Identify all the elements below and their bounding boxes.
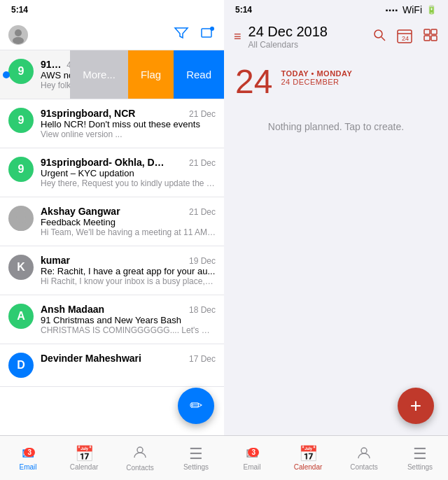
svg-point-3 <box>210 27 214 31</box>
email-preview-3: Hey there, Request you to kindly update … <box>41 178 216 188</box>
email-preview-6: CHRISTMAS IS COMINGGGGGG.... Let's Welco… <box>41 325 216 335</box>
calendar-day-number: 24 <box>235 65 272 99</box>
email-item-6[interactable]: A Ansh Madaan 18 Dec 91 Christmas and Ne… <box>0 295 224 344</box>
add-event-fab[interactable]: + <box>398 388 434 424</box>
tab-settings-right[interactable]: ☰ Settings <box>392 445 448 471</box>
settings-tab-label-left: Settings <box>183 463 209 471</box>
email-sender-6: Ansh Madaan <box>41 304 104 315</box>
svg-point-16 <box>361 448 367 453</box>
right-header-left: ≡ 24 Dec 2018 All Calendars <box>234 24 328 50</box>
svg-rect-13 <box>431 29 437 34</box>
status-icons-right: ▪▪▪▪ WiFi 🔋 <box>386 4 437 15</box>
avatar-1: 9 <box>8 59 34 84</box>
left-panel: 5:14 9 91springboa...Okhla, Delhi 4:50 <box>0 0 224 480</box>
tab-contacts-left[interactable]: Contacts <box>112 444 168 472</box>
calendar-day-info: TODAY • MONDAY 24 DECEMBER <box>281 65 352 86</box>
email-content-7: Devinder Maheshwari 17 Dec <box>41 353 216 364</box>
avatar-4 <box>8 206 34 231</box>
email-item-4[interactable]: Akshay Gangwar 21 Dec Feedback Meeting H… <box>0 197 224 246</box>
right-header-icons: 24 <box>372 27 438 47</box>
svg-rect-14 <box>424 36 430 41</box>
email-badge-left: 3 <box>24 448 35 457</box>
contacts-tab-label-right: Contacts <box>350 463 377 471</box>
svg-point-0 <box>15 29 22 36</box>
status-bar-left: 5:14 <box>0 0 224 20</box>
left-header-actions <box>174 25 216 44</box>
tab-calendar-left[interactable]: 📅 Calendar <box>56 445 112 471</box>
calendar-date-label: 24 DECEMBER <box>281 78 352 86</box>
tab-email-left[interactable]: 3 ✉ Email <box>0 445 56 471</box>
svg-point-5 <box>13 222 29 231</box>
swipe-flag-button[interactable]: Flag <box>128 50 174 99</box>
tab-settings-left[interactable]: ☰ Settings <box>168 445 224 471</box>
email-time-2: 21 Dec <box>189 109 216 119</box>
email-time-5: 19 Dec <box>189 256 216 266</box>
battery-icon: 🔋 <box>426 5 437 15</box>
email-item-3[interactable]: 9 91springboard- Okhla, Delhi 21 Dec Urg… <box>0 148 224 197</box>
email-item-2[interactable]: 9 91springboard, NCR 21 Dec Hello NCR! D… <box>0 99 224 148</box>
tab-bar-right: 3 ✉ Email 📅 Calendar Contacts ☰ Settings <box>224 435 448 480</box>
settings-tab-icon-left: ☰ <box>189 445 203 463</box>
settings-tab-icon-right: ☰ <box>413 445 427 463</box>
email-sender-5: kumar <box>41 255 70 266</box>
email-time-4: 21 Dec <box>189 207 216 217</box>
compose-icon[interactable] <box>200 25 216 44</box>
svg-point-1 <box>13 37 24 44</box>
right-panel: 5:14 ▪▪▪▪ WiFi 🔋 ≡ 24 Dec 2018 All Calen… <box>224 0 448 480</box>
tab-contacts-right[interactable]: Contacts <box>336 445 392 471</box>
hamburger-icon[interactable]: ≡ <box>234 29 241 44</box>
email-content-2: 91springboard, NCR 21 Dec Hello NCR! Don… <box>41 108 216 139</box>
contacts-tab-icon-left <box>132 444 148 464</box>
svg-rect-2 <box>202 29 211 37</box>
email-content-4: Akshay Gangwar 21 Dec Feedback Meeting H… <box>41 206 216 237</box>
filter-icon[interactable] <box>174 25 189 44</box>
avatar-6: A <box>8 304 34 329</box>
email-subject-2: Hello NCR! Don't miss out these events <box>41 119 216 129</box>
avatar-5: K <box>8 255 34 280</box>
tab-bar-left: 3 ✉ Email 📅 Calendar Contacts ☰ Settings <box>0 435 224 480</box>
email-sender-1: 91springboa...Okhla, Delhi <box>41 59 66 70</box>
calendar-empty-message: Nothing planned. Tap to create. <box>224 107 448 146</box>
svg-point-4 <box>16 211 26 220</box>
tab-email-right[interactable]: 3 ✉ Email <box>224 445 280 471</box>
swipe-read-button[interactable]: Read <box>174 50 224 99</box>
avatar[interactable] <box>8 25 28 45</box>
email-preview-2: View online version ... <box>41 129 216 139</box>
email-item-7[interactable]: D Devinder Maheshwari 17 Dec <box>0 344 224 387</box>
email-content-5: kumar 19 Dec Re: Rachit, I have a great … <box>41 255 216 286</box>
calendar-today-block: 24 TODAY • MONDAY 24 DECEMBER <box>224 57 448 107</box>
calendar-subtitle: All Calendars <box>248 40 328 50</box>
calendar-tab-icon-left: 📅 <box>75 445 94 463</box>
email-list: 9 91springboa...Okhla, Delhi 4:50 PM AWS… <box>0 50 224 435</box>
search-icon[interactable] <box>372 28 386 45</box>
status-time-left: 5:14 <box>11 5 28 15</box>
calendar-today-label: TODAY • MONDAY <box>281 69 352 78</box>
email-content-6: Ansh Madaan 18 Dec 91 Christmas and New … <box>41 304 216 335</box>
email-subject-5: Re: Rachit, I have a great app for your … <box>41 266 216 276</box>
signal-icon: ▪▪▪▪ <box>386 6 398 14</box>
email-badge-right: 3 <box>248 448 259 457</box>
email-sender-7: Devinder Maheshwari <box>41 353 141 364</box>
status-time-right: 5:14 <box>235 5 252 15</box>
contacts-tab-label-left: Contacts <box>126 464 153 472</box>
wifi-icon: WiFi <box>402 4 422 15</box>
email-item-5[interactable]: K kumar 19 Dec Re: Rachit, I have a grea… <box>0 246 224 295</box>
svg-point-7 <box>374 30 382 38</box>
swipe-more-button[interactable]: More... <box>70 50 128 99</box>
email-tab-label-right: Email <box>243 463 260 471</box>
email-item-1[interactable]: 9 91springboa...Okhla, Delhi 4:50 PM AWS… <box>0 50 224 99</box>
right-header: ≡ 24 Dec 2018 All Calendars 24 <box>224 20 448 57</box>
email-subject-3: Urgent – KYC updation <box>41 168 216 178</box>
calendar-today-icon[interactable]: 24 <box>396 27 413 47</box>
contacts-tab-icon-right <box>356 445 372 463</box>
email-subject-4: Feedback Meeting <box>41 217 216 227</box>
svg-point-6 <box>137 447 143 453</box>
email-subject-6: 91 Christmas and New Years Bash <box>41 315 216 325</box>
tab-calendar-right[interactable]: 📅 Calendar <box>280 445 336 471</box>
edit-fab-button[interactable]: ✏ <box>178 388 214 424</box>
email-time-7: 17 Dec <box>189 354 216 364</box>
email-time-6: 18 Dec <box>189 305 216 315</box>
calendar-menu-icon[interactable] <box>423 27 438 46</box>
email-time-3: 21 Dec <box>189 158 216 168</box>
svg-rect-12 <box>424 29 430 34</box>
